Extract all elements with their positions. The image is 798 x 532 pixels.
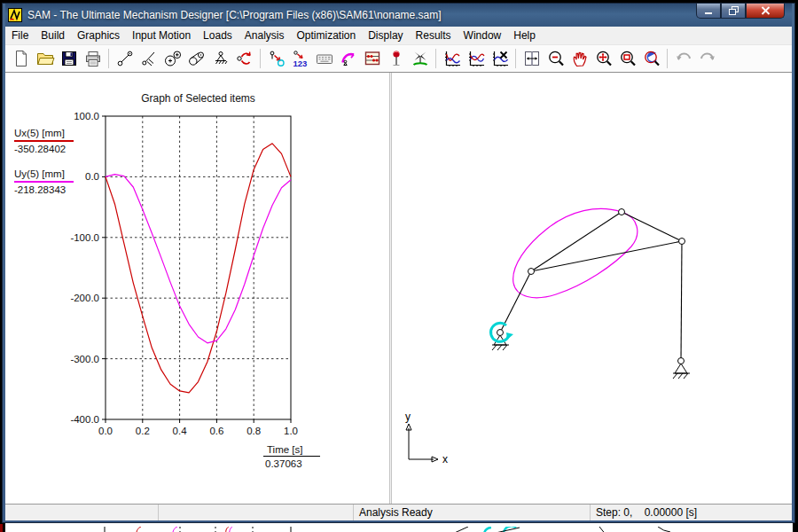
toolbar-separator xyxy=(260,49,261,68)
undo-icon xyxy=(674,49,693,68)
y-tick-label: 100.0 xyxy=(74,111,99,121)
graph-pane[interactable]: Graph of Selected items Ux(5) [mm]-350.2… xyxy=(5,73,389,504)
support-element-icon xyxy=(211,49,231,68)
x-tick-label: 0.4 xyxy=(173,426,188,436)
motion-profile-button[interactable] xyxy=(336,47,360,70)
optimization-button[interactable] xyxy=(408,47,432,70)
y-tick-label: -300.0 xyxy=(70,354,99,364)
graph-select-button[interactable] xyxy=(440,47,464,70)
belt-element-button[interactable] xyxy=(184,47,208,70)
save-file-button[interactable] xyxy=(57,47,81,70)
toolbar-separator xyxy=(667,49,668,68)
x-tick-label: 0.6 xyxy=(209,426,223,436)
status-bar: Analysis ReadyStep: 0, 0.00000 [s] xyxy=(5,504,792,520)
keyboard-entry-icon xyxy=(315,49,334,68)
open-file-icon xyxy=(35,49,55,68)
minimize-button[interactable] xyxy=(696,4,721,19)
joint-coupler_point[interactable] xyxy=(619,209,625,215)
abacus-calculate-button[interactable] xyxy=(360,47,384,70)
close-icon xyxy=(761,6,771,15)
input-numbers-button[interactable]: 123 xyxy=(288,47,312,70)
status-panel-2: Analysis Ready xyxy=(354,505,591,520)
menu-item-help[interactable]: Help xyxy=(507,27,542,44)
input-motion-icon xyxy=(267,49,286,68)
menu-item-file[interactable]: File xyxy=(5,27,35,44)
toolbar: 123 xyxy=(5,45,792,73)
y-axis-label: y xyxy=(405,411,411,423)
optimization-icon xyxy=(411,49,430,68)
restore-button[interactable] xyxy=(721,4,746,19)
slider-element-icon xyxy=(139,49,159,68)
link-coupler_point-rocker_top[interactable] xyxy=(622,212,682,241)
x-tick-label: 1.0 xyxy=(284,426,298,436)
menu-item-window[interactable]: Window xyxy=(458,27,508,44)
beam-element-icon xyxy=(115,49,135,68)
force-element-button[interactable] xyxy=(232,47,256,70)
pan-view-icon xyxy=(570,49,590,68)
graph-add-curve-button[interactable] xyxy=(464,47,488,70)
motor-arrowhead-icon xyxy=(506,332,513,340)
menu-item-loads[interactable]: Loads xyxy=(197,27,239,44)
force-element-icon xyxy=(235,49,254,68)
link-rocker_top-ground2[interactable] xyxy=(681,241,682,361)
support-element-button[interactable] xyxy=(208,47,232,70)
gear-element-button[interactable] xyxy=(160,47,184,70)
print-icon xyxy=(83,49,103,68)
slider-element-button[interactable] xyxy=(137,47,160,70)
zoom-rect-icon xyxy=(618,49,638,68)
menu-item-analysis[interactable]: Analysis xyxy=(239,27,291,44)
redo-icon xyxy=(698,49,717,68)
menu-item-results[interactable]: Results xyxy=(410,27,458,44)
pan-view-button[interactable] xyxy=(567,47,591,70)
new-file-icon xyxy=(12,49,31,68)
mechanism-pane[interactable]: yx xyxy=(392,73,792,504)
close-button[interactable] xyxy=(746,4,785,19)
x-axis-label: x xyxy=(442,453,448,466)
desktop: SAM - The Ultimate Mechanism Designer [C… xyxy=(0,0,798,532)
app-window: SAM - The Ultimate Mechanism Designer [C… xyxy=(2,3,795,523)
open-file-button[interactable] xyxy=(33,47,57,70)
keyboard-entry-button[interactable] xyxy=(312,47,336,70)
new-file-button[interactable] xyxy=(9,47,33,70)
zoom-previous-icon xyxy=(642,49,661,68)
beam-element-button[interactable] xyxy=(113,47,137,70)
y-tick-label: 0.0 xyxy=(85,171,99,182)
menu-item-input-motion[interactable]: Input Motion xyxy=(126,27,197,44)
status-panel-3: Step: 0, 0.00000 [s] xyxy=(591,505,792,520)
svg-text:123: 123 xyxy=(293,59,307,68)
split-view-button[interactable] xyxy=(520,47,544,70)
background-window-edge xyxy=(0,524,3,532)
y-tick-label: -100.0 xyxy=(70,232,99,243)
series-curve-1 xyxy=(106,175,291,343)
ground-support-ground2[interactable] xyxy=(673,358,690,379)
graph-select-icon xyxy=(442,49,462,68)
analysis-run-button[interactable] xyxy=(384,47,408,70)
input-motion-button[interactable] xyxy=(264,47,288,70)
status-panel-0 xyxy=(5,505,159,520)
zoom-fit-button[interactable] xyxy=(591,47,615,70)
belt-element-icon xyxy=(187,49,207,68)
chart-canvas[interactable]: 100.00.0-100.0-200.0-300.0-400.00.00.20.… xyxy=(5,73,389,504)
x-tick-label: 0.8 xyxy=(246,426,261,436)
zoom-fit-icon xyxy=(594,49,614,68)
zoom-out-button[interactable] xyxy=(544,47,567,70)
title-bar[interactable]: SAM - The Ultimate Mechanism Designer [C… xyxy=(5,4,792,27)
time-cursor-value: 0.37063 xyxy=(263,457,325,469)
joint-rocker_top[interactable] xyxy=(679,239,685,245)
print-button[interactable] xyxy=(81,47,105,70)
joint-crank_top[interactable] xyxy=(528,269,535,275)
graph-remove-curve-button[interactable] xyxy=(488,47,512,70)
analysis-run-icon xyxy=(387,49,406,68)
zoom-previous-button[interactable] xyxy=(639,47,663,70)
menu-item-graphics[interactable]: Graphics xyxy=(71,27,126,44)
split-view-icon xyxy=(522,49,542,68)
menu-item-build[interactable]: Build xyxy=(35,27,71,44)
undo-button xyxy=(671,47,695,70)
menu-item-display[interactable]: Display xyxy=(362,27,409,44)
x-tick-label: 0.2 xyxy=(136,426,150,436)
mechanism-canvas[interactable]: yx xyxy=(392,73,792,504)
menu-item-optimization[interactable]: Optimization xyxy=(291,27,363,44)
zoom-rect-button[interactable] xyxy=(615,47,639,70)
input-numbers-icon: 123 xyxy=(291,49,310,68)
menu-bar: FileBuildGraphicsInput MotionLoadsAnalys… xyxy=(5,27,792,45)
